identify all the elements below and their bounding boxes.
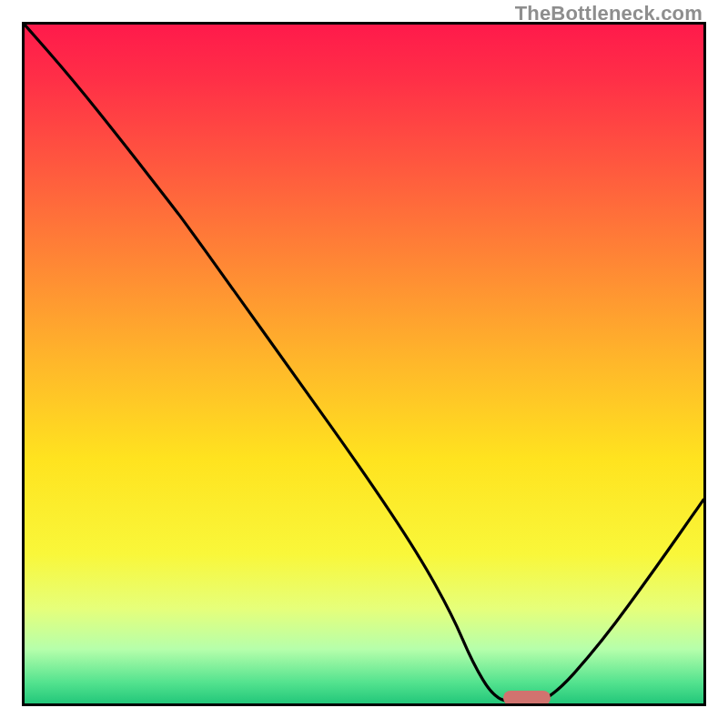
chart-curve-svg <box>25 25 703 703</box>
chart-curve-path <box>25 25 703 703</box>
chart-plot-area <box>25 25 703 703</box>
chart-marker <box>503 691 551 703</box>
